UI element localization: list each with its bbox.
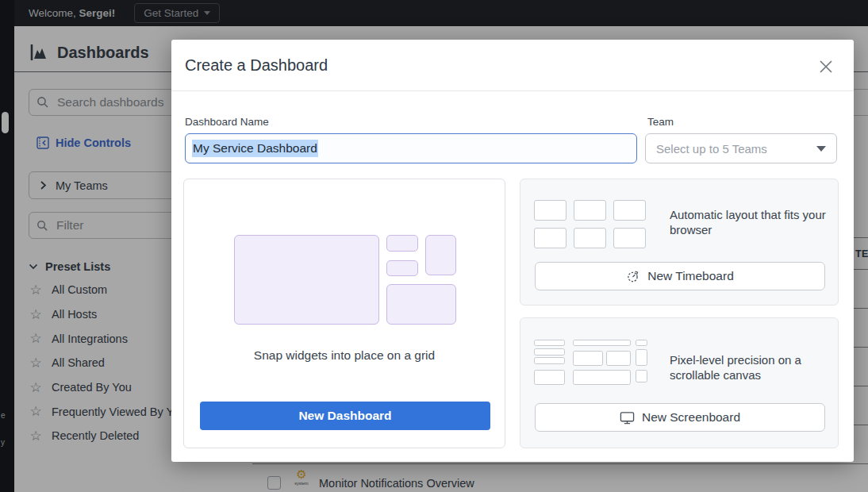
modal-title: Create a Dashboard xyxy=(185,56,328,75)
layout-box xyxy=(534,357,565,364)
widget-box xyxy=(234,235,379,325)
layout-box xyxy=(573,340,631,346)
screenboard-caption: Pixel-level precision on a scrollable ca… xyxy=(670,352,822,382)
layout-box xyxy=(636,349,647,366)
team-label: Team xyxy=(647,116,674,128)
grid-layout-illustration xyxy=(234,235,457,365)
dropdown-caret-icon xyxy=(816,146,826,152)
new-screenboard-label: New Screenboard xyxy=(642,410,740,425)
layout-box xyxy=(534,348,565,356)
new-screenboard-button[interactable]: New Screenboard xyxy=(535,403,825,432)
timer-icon xyxy=(626,269,640,283)
timeboard-caption: Automatic layout that fits your browser xyxy=(670,207,843,237)
layout-box xyxy=(574,228,606,248)
layout-box xyxy=(613,200,646,221)
create-dashboard-modal: Create a Dashboard Dashboard Name My Ser… xyxy=(171,40,854,462)
layout-box xyxy=(613,228,646,248)
layout-box xyxy=(636,370,647,382)
screenboard-card: Pixel-level precision on a scrollable ca… xyxy=(520,317,839,448)
layout-box xyxy=(573,370,631,385)
team-select[interactable]: Select up to 5 Teams xyxy=(645,133,837,163)
monitor-icon xyxy=(620,410,635,425)
new-timeboard-button[interactable]: New Timeboard xyxy=(535,262,825,290)
new-dashboard-button[interactable]: New Dashboard xyxy=(200,402,490,430)
widget-box xyxy=(386,284,456,325)
layout-box xyxy=(534,370,565,385)
layout-box xyxy=(573,351,603,366)
selected-text: My Service Dashboard xyxy=(192,140,318,157)
dashboard-name-input[interactable]: My Service Dashboard xyxy=(185,133,637,163)
layout-box xyxy=(606,351,631,366)
widget-box xyxy=(425,235,456,275)
layout-box xyxy=(636,340,647,346)
close-button[interactable] xyxy=(817,58,835,75)
new-timeboard-label: New Timeboard xyxy=(647,269,734,283)
close-icon xyxy=(817,58,835,75)
free-layout-illustration xyxy=(534,338,649,386)
widget-box xyxy=(386,260,418,276)
grid-dashboard-card: Snap widgets into place on a grid New Da… xyxy=(183,179,505,448)
timeboard-card: Automatic layout that fits your browser … xyxy=(520,179,839,306)
widget-box xyxy=(386,235,418,252)
modal-header: Create a Dashboard xyxy=(171,40,854,91)
dashboard-name-label: Dashboard Name xyxy=(185,116,269,128)
auto-layout-illustration xyxy=(534,200,646,248)
layout-box xyxy=(574,200,606,221)
team-select-placeholder: Select up to 5 Teams xyxy=(656,142,767,156)
layout-box xyxy=(534,228,567,248)
layout-box xyxy=(534,340,565,346)
layout-box xyxy=(534,200,567,221)
grid-card-caption: Snap widgets into place on a grid xyxy=(184,348,505,363)
